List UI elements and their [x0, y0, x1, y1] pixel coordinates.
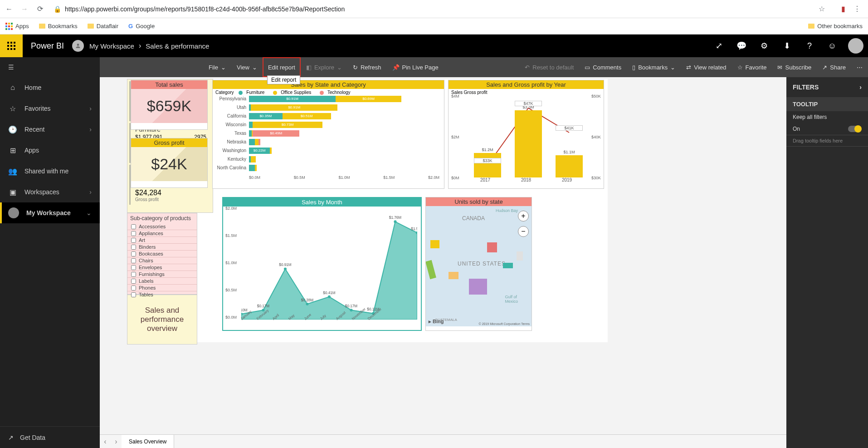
report-canvas: Total sales $659K Gross profit $24K Sale…	[100, 77, 786, 448]
star-icon[interactable]: ☆	[819, 5, 825, 13]
slicer-option[interactable]: Accessories	[127, 223, 197, 230]
favorite-button[interactable]: ☆Favorite	[732, 57, 772, 77]
slicer-option[interactable]: Bookcases	[127, 251, 197, 257]
bookmarks-menu[interactable]: ▯Bookmarks ⌄	[627, 57, 681, 77]
nav-home[interactable]: ⌂Home	[0, 77, 100, 98]
chart-units-by-state-map[interactable]: Units sold by state CANADA Hudson Bay UN…	[425, 197, 532, 331]
app-launcher-icon[interactable]	[0, 34, 23, 57]
checkbox[interactable]	[131, 258, 136, 263]
breadcrumb-workspace[interactable]: My Workspace	[89, 42, 134, 50]
pin-live-page-button[interactable]: 📌Pin Live Page	[387, 57, 444, 77]
state-shape	[426, 260, 436, 279]
view-menu[interactable]: View ⌄	[231, 57, 263, 77]
left-navigation: ☰ ⌂Home ☆Favorites› 🕑Recent› ⊞Apps 👥Shar…	[0, 57, 100, 448]
checkbox[interactable]	[131, 231, 136, 236]
slicer-option[interactable]: Binders	[127, 244, 197, 251]
nav-get-data[interactable]: ↗Get Data	[0, 426, 100, 448]
other-bookmarks[interactable]: Other bookmarks	[808, 23, 863, 30]
explore-menu[interactable]: ◧Explore ⌄	[301, 57, 347, 77]
reload-button[interactable]: ⟳	[34, 4, 45, 15]
checkbox[interactable]	[131, 279, 136, 284]
chart-sales-by-state[interactable]: Sales by State and Category Category Fur…	[212, 80, 444, 189]
nav-apps[interactable]: ⊞Apps	[0, 140, 100, 161]
state-shape	[430, 240, 439, 248]
bookmark-google[interactable]: GGoogle	[128, 23, 155, 30]
edit-report-button[interactable]: Edit report Edit report	[263, 57, 301, 77]
next-page-button[interactable]: ›	[111, 438, 122, 446]
drag-fields-placeholder[interactable]: Drag tooltip fields here	[786, 135, 868, 147]
file-menu[interactable]: File ⌄	[203, 57, 231, 77]
map-visual[interactable]: CANADA Hudson Bay UNITED STATES Gulf of …	[426, 206, 532, 326]
breadcrumb-report[interactable]: Sales & performance	[146, 42, 209, 50]
workspaces-icon: ▣	[8, 188, 17, 197]
back-button[interactable]: ←	[4, 4, 15, 15]
prev-page-button[interactable]: ‹	[100, 438, 111, 446]
help-icon[interactable]: ?	[798, 34, 821, 57]
checkbox[interactable]	[131, 251, 136, 256]
filters-header[interactable]: FILTERS›	[786, 77, 868, 97]
more-icon: ⋯	[857, 64, 863, 71]
checkbox[interactable]	[131, 292, 136, 297]
svg-point-9	[328, 295, 331, 298]
checkbox[interactable]	[131, 286, 136, 290]
filter-section-tooltip[interactable]: TOOLTIP	[786, 97, 868, 111]
subscribe-button[interactable]: ✉Subscribe	[772, 57, 817, 77]
reset-icon: ↶	[525, 64, 530, 71]
settings-gear-icon[interactable]: ⚙	[753, 34, 775, 57]
nav-collapse-icon[interactable]: ☰	[0, 57, 100, 77]
slicer-option[interactable]: Appliances	[127, 230, 197, 237]
pin-icon: 📌	[392, 64, 400, 71]
zoom-out-button[interactable]: −	[518, 226, 529, 237]
bookmark-folder[interactable]: Dataflair	[88, 23, 118, 30]
nav-recent[interactable]: 🕑Recent›	[0, 119, 100, 140]
slicer-option[interactable]: Furnishings	[127, 271, 197, 278]
share-button[interactable]: ↗Share	[817, 57, 851, 77]
chevron-right-icon: ›	[139, 42, 141, 50]
card-gross-profit[interactable]: Gross profit $24K	[131, 138, 208, 188]
address-bar[interactable]: 🔒 https://app.powerbi.com/groups/me/repo…	[50, 5, 814, 13]
slicer-subcategory[interactable]: Sub-category of products AccessoriesAppl…	[127, 213, 197, 295]
slicer-option[interactable]: Art	[127, 237, 197, 244]
feedback-smiley-icon[interactable]: ☺	[821, 34, 844, 57]
view-related-button[interactable]: ⇄View related	[681, 57, 731, 77]
user-avatar-icon[interactable]	[848, 38, 863, 54]
chart-sales-gross-profit-year[interactable]: Sales and Gross profit by Year Sales Gro…	[448, 80, 604, 189]
nav-favorites[interactable]: ☆Favorites›	[0, 98, 100, 119]
checkbox[interactable]	[131, 245, 136, 250]
checkbox[interactable]	[131, 272, 136, 277]
comments-button[interactable]: ▭Comments	[579, 57, 627, 77]
download-icon[interactable]: ⬇	[775, 34, 798, 57]
checkbox[interactable]	[131, 224, 136, 229]
extension-icon[interactable]: ▮	[841, 5, 845, 13]
refresh-button[interactable]: ↻Refresh	[347, 57, 387, 77]
slicer-option[interactable]: Phones	[127, 285, 197, 291]
nav-shared[interactable]: 👥Shared with me	[0, 161, 100, 182]
chevron-down-icon: ⌄	[670, 64, 675, 71]
apps-shortcut[interactable]: Apps	[5, 23, 29, 30]
map-copyright: © 2019 Microsoft Corporation Terms	[479, 322, 530, 325]
nav-my-workspace[interactable]: My Workspace⌄	[0, 202, 100, 223]
checkbox[interactable]	[131, 265, 136, 270]
slicer-option[interactable]: Envelopes	[127, 264, 197, 271]
chart-sales-by-month[interactable]: Sales by Month $0.10M$0.17M$0.91M$0.28M$…	[222, 197, 422, 331]
chat-icon[interactable]: 💬	[730, 34, 753, 57]
app-header: Power BI My Workspace › Sales & performa…	[0, 34, 868, 57]
apps-icon: ⊞	[8, 146, 17, 155]
slicer-option[interactable]: Chairs	[127, 257, 197, 264]
page-tab[interactable]: Sales Overview	[122, 435, 174, 448]
reset-button[interactable]: ↶Reset to default	[519, 57, 579, 77]
fullscreen-icon[interactable]: ⤢	[707, 34, 730, 57]
slicer-option[interactable]: Labels	[127, 278, 197, 285]
keep-all-filters-toggle[interactable]: On	[786, 123, 868, 135]
svg-point-15	[394, 220, 396, 223]
forward-button[interactable]: →	[19, 4, 30, 15]
more-menu[interactable]: ⋯	[851, 57, 868, 77]
keep-all-filters-row: Keep all filters	[786, 111, 868, 123]
nav-workspaces[interactable]: ▣Workspaces›	[0, 182, 100, 202]
chrome-menu-icon[interactable]: ⋮	[853, 5, 861, 13]
checkbox[interactable]	[131, 238, 136, 243]
bookmark-folder[interactable]: Bookmarks	[39, 23, 78, 30]
toggle-switch[interactable]	[848, 126, 862, 132]
zoom-in-button[interactable]: +	[518, 211, 529, 222]
card-total-sales[interactable]: Total sales $659K	[131, 80, 208, 130]
